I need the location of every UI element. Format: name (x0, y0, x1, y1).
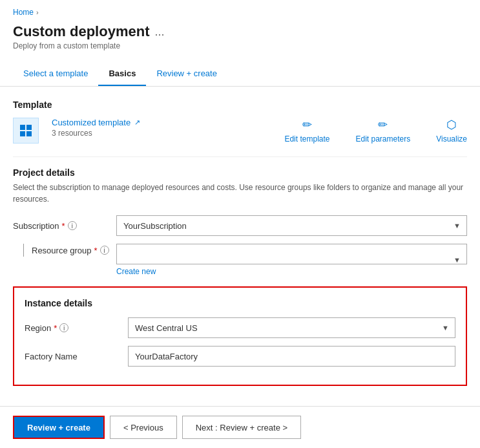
region-control: West Central US ▼ (128, 317, 455, 338)
resource-group-label: Resource group * i (32, 246, 109, 255)
tab-select-template[interactable]: Select a template (13, 62, 98, 86)
resource-group-indent: Resource group * i (13, 244, 116, 257)
edit-template-action[interactable]: ✏ Edit template (284, 118, 329, 144)
edit-parameters-label: Edit parameters (355, 134, 410, 144)
project-details-title: Project details (13, 167, 467, 178)
resource-group-row: Resource group * i ▼ Create new (13, 244, 467, 276)
factory-name-label: Factory Name (25, 352, 128, 361)
subscription-control: YourSubscription ▼ (116, 215, 467, 236)
template-icon-box (13, 118, 39, 144)
main-content: Template Customized template ↗ 3 resourc… (0, 87, 480, 409)
template-actions: ✏ Edit template ✏ Edit parameters ⬡ Visu… (284, 118, 467, 144)
ellipsis-icon[interactable]: ... (154, 25, 164, 39)
factory-name-control (128, 346, 455, 367)
edit-template-icon: ✏ (302, 118, 312, 132)
tab-review-create[interactable]: Review + create (146, 62, 227, 86)
region-select[interactable]: West Central US (128, 317, 455, 338)
resource-group-info-icon[interactable]: i (100, 246, 109, 255)
breadcrumb-separator: › (36, 8, 39, 16)
subscription-select[interactable]: YourSubscription (116, 215, 467, 236)
resources-count: 3 resources (52, 129, 140, 138)
resource-group-select[interactable] (116, 244, 467, 264)
factory-name-input[interactable] (128, 346, 455, 367)
external-link-icon: ↗ (134, 118, 140, 127)
divider-1 (13, 156, 467, 157)
subscription-required: * (62, 221, 65, 231)
create-new-link[interactable]: Create new (116, 267, 467, 276)
subscription-info-icon[interactable]: i (68, 221, 77, 230)
tabs-bar: Select a template Basics Review + create (0, 62, 480, 87)
template-card: Customized template ↗ 3 resources ✏ Edit… (13, 118, 467, 144)
resource-group-label-wrapper: Resource group * i (13, 244, 116, 257)
factory-name-row: Factory Name (25, 346, 455, 367)
edit-parameters-icon: ✏ (378, 118, 388, 132)
breadcrumb-home[interactable]: Home (13, 8, 34, 17)
region-info-icon[interactable]: i (59, 323, 68, 332)
previous-button[interactable]: < Previous (110, 416, 177, 439)
project-details-desc: Select the subscription to manage deploy… (13, 182, 467, 205)
edit-template-label: Edit template (284, 134, 329, 144)
template-section-title: Template (13, 100, 467, 110)
page-header: Custom deployment ... Deploy from a cust… (0, 19, 480, 57)
page-subtitle: Deploy from a custom template (13, 41, 467, 50)
review-create-button[interactable]: Review + create (13, 416, 105, 439)
page-title: Custom deployment (13, 23, 149, 40)
next-button[interactable]: Next : Review + create > (182, 416, 301, 439)
breadcrumb: Home › (0, 0, 480, 19)
tab-basics[interactable]: Basics (98, 62, 146, 86)
footer: Review + create < Previous Next : Review… (0, 406, 480, 448)
region-label: Region * i (25, 323, 128, 333)
subscription-label: Subscription * i (13, 221, 116, 231)
visualize-action[interactable]: ⬡ Visualize (436, 118, 467, 144)
resource-group-control: ▼ Create new (116, 244, 467, 276)
template-name-link[interactable]: Customized template ↗ (52, 118, 140, 127)
template-grid-icon (20, 125, 32, 136)
edit-parameters-action[interactable]: ✏ Edit parameters (355, 118, 410, 144)
resource-group-required: * (94, 246, 98, 255)
visualize-label: Visualize (436, 134, 467, 144)
subscription-row: Subscription * i YourSubscription ▼ (13, 215, 467, 236)
visualize-icon: ⬡ (446, 118, 457, 132)
template-info: Customized template ↗ 3 resources (52, 118, 140, 138)
region-row: Region * i West Central US ▼ (25, 317, 455, 338)
instance-details-title: Instance details (25, 298, 455, 308)
region-required: * (54, 323, 57, 333)
instance-details-section: Instance details Region * i West Central… (13, 286, 467, 386)
indent-line (23, 244, 24, 257)
